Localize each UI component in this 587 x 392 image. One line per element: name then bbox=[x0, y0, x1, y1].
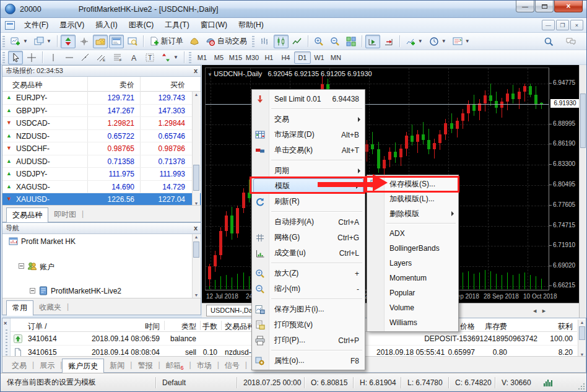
period-button-H1[interactable]: H1 bbox=[261, 51, 277, 64]
fibonacci-button[interactable]: F bbox=[110, 51, 125, 64]
experts-button[interactable] bbox=[187, 35, 202, 48]
navigator-item-2[interactable]: ProfitMarketHK-Live2 bbox=[2, 285, 192, 297]
period-button-H4[interactable]: H4 bbox=[277, 51, 294, 64]
market-watch-row-EURJPY-[interactable]: ▲EURJPY-129.721129.743 bbox=[2, 92, 201, 105]
terminal-tab-3[interactable]: 新闻 bbox=[104, 359, 130, 373]
context-menu-item-Sell Limit 0.01[interactable]: Sell Limit 0.016.94438 bbox=[252, 91, 365, 107]
market-watch-row-GBPJPY-[interactable]: ▲GBPJPY-147.267147.303 bbox=[2, 105, 201, 118]
profiles-button[interactable]: ▼ bbox=[32, 35, 54, 48]
vertical-line-button[interactable] bbox=[46, 51, 61, 64]
terminal-close-icon[interactable]: × bbox=[4, 320, 7, 326]
template-submenu-item-Momentum[interactable]: Momentum bbox=[367, 271, 458, 285]
market-watch-scrollbar[interactable]: ▲ ▼ bbox=[192, 92, 200, 206]
template-submenu-item-加载模版(L)...[interactable]: 加载模版(L)... bbox=[367, 191, 458, 206]
navigator-tab-1[interactable]: 收藏夹 bbox=[33, 300, 67, 315]
terminal-tab-6[interactable]: 市场 bbox=[191, 359, 217, 373]
market-watch-tab-0[interactable]: 交易品种 bbox=[6, 207, 48, 223]
maximize-button[interactable] bbox=[535, 1, 554, 12]
chart-header-collapse-icon[interactable]: ▼ bbox=[207, 72, 214, 77]
template-submenu-item-Williams[interactable]: Williams bbox=[367, 315, 458, 330]
menu-item-3[interactable]: 图表(C) bbox=[123, 17, 160, 33]
chart-window-icon[interactable] bbox=[5, 21, 15, 30]
navigator-title-bar[interactable]: 导航 x bbox=[2, 223, 201, 234]
periods-button[interactable]: ▼ bbox=[427, 35, 449, 48]
terminal-tab-5[interactable]: 邮箱6 bbox=[160, 359, 189, 373]
period-button-W1[interactable]: W1 bbox=[311, 51, 328, 64]
line-chart-button[interactable] bbox=[290, 35, 305, 48]
template-submenu-item-BollingerBands[interactable]: BollingerBands bbox=[367, 241, 458, 256]
period-button-M1[interactable]: M1 bbox=[194, 51, 211, 64]
crosshair-button[interactable] bbox=[24, 51, 39, 64]
context-menu-item-单击交易(k)[interactable]: 单击交易(k)Alt+T bbox=[252, 142, 365, 158]
navigator-item-1[interactable]: 账户 bbox=[2, 260, 192, 272]
mdi-close-button[interactable]: × bbox=[570, 20, 583, 30]
terminal-tab-1[interactable]: 展示 bbox=[34, 359, 60, 373]
toolbar-grip[interactable] bbox=[2, 52, 5, 63]
resize-grip[interactable] bbox=[578, 383, 585, 390]
menu-item-2[interactable]: 插入(I) bbox=[90, 17, 123, 33]
cursor-button[interactable] bbox=[8, 51, 23, 64]
navigator-tab-0[interactable]: 常用 bbox=[6, 300, 33, 316]
context-menu-item-成交量(u)[interactable]: 成交量(u)Ctrl+L bbox=[252, 245, 365, 261]
arrows-button[interactable]: ▼ bbox=[159, 51, 181, 64]
tile-windows-button[interactable] bbox=[344, 35, 359, 48]
context-menu-item-市场深度(D)[interactable]: 市场深度(D)Alt+B bbox=[252, 127, 365, 142]
auto-trading-button[interactable]: 自动交易 bbox=[203, 35, 250, 48]
template-submenu-item-Popular[interactable]: Popular bbox=[367, 285, 458, 300]
channel-button[interactable]: E bbox=[94, 51, 109, 64]
tree-collapse-icon[interactable] bbox=[30, 288, 35, 294]
menu-item-5[interactable]: 窗口(W) bbox=[195, 17, 233, 33]
navigator-scrollbar[interactable]: ▲ ▼ bbox=[192, 234, 200, 298]
context-menu-item-打印预览(v)[interactable]: 打印预览(v) bbox=[252, 317, 365, 333]
period-button-M15[interactable]: M15 bbox=[227, 51, 244, 64]
market-watch-row-USDJPY-[interactable]: ▲USDJPY-111.975111.993 bbox=[2, 168, 201, 181]
candlestick-button[interactable] bbox=[274, 35, 289, 48]
text-button[interactable]: A bbox=[126, 51, 141, 64]
context-menu-item-刷新(R)[interactable]: 刷新(R) bbox=[252, 194, 365, 209]
close-button[interactable]: × bbox=[554, 1, 583, 12]
text-label-button[interactable]: T bbox=[142, 51, 157, 64]
context-menu-item-放大(Z)[interactable]: 放大(Z)+ bbox=[252, 266, 365, 281]
chart-scrollbar[interactable] bbox=[579, 65, 586, 318]
market-watch-row-AUDUSD-[interactable]: ▲AUDUSD-0.713580.71378 bbox=[2, 155, 201, 168]
trendline-button[interactable] bbox=[78, 51, 93, 64]
market-watch-row-NZDUSD-[interactable]: ▲NZDUSD-0.657220.65746 bbox=[2, 130, 201, 143]
templates-button[interactable]: ▼ bbox=[450, 35, 472, 48]
minimize-button[interactable]: — bbox=[516, 1, 534, 12]
strategy-tester-button[interactable] bbox=[125, 35, 140, 48]
market-watch-title-bar[interactable]: 市场报价: 02:34:53 x bbox=[2, 66, 201, 77]
template-submenu-item-删除模版[interactable]: 删除模版 bbox=[367, 206, 458, 221]
menu-item-1[interactable]: 显示(V) bbox=[54, 17, 90, 33]
terminal-scrollbar[interactable]: ▲ ▼ bbox=[578, 320, 586, 357]
terminal-tab-0[interactable]: 交易 bbox=[6, 359, 32, 373]
template-submenu-item-Layers[interactable]: Layers bbox=[367, 256, 458, 271]
mdi-restore-button[interactable]: ❐ bbox=[556, 20, 569, 30]
market-watch-row-USDCHF-[interactable]: ▼USDCHF-0.987650.98786 bbox=[2, 142, 201, 155]
bar-chart-button[interactable] bbox=[258, 35, 272, 48]
new-order-button[interactable]: 新订单 bbox=[147, 35, 186, 48]
toolbar-grip[interactable] bbox=[2, 36, 5, 47]
indicators-button[interactable]: ▼ bbox=[403, 35, 425, 48]
terminal-tab-2[interactable]: 账户历史 bbox=[62, 359, 104, 374]
template-submenu-item-ADX[interactable]: ADX bbox=[367, 226, 458, 241]
toolbar-grip[interactable] bbox=[252, 36, 254, 47]
menu-item-6[interactable]: 帮助(H) bbox=[233, 17, 269, 33]
zoom-in-button[interactable] bbox=[311, 35, 326, 48]
period-button-MN[interactable]: MN bbox=[328, 51, 344, 64]
menu-item-0[interactable]: 文件(F) bbox=[19, 17, 54, 33]
context-menu-item-交易[interactable]: 交易 bbox=[252, 111, 365, 127]
terminal-button[interactable] bbox=[109, 35, 124, 48]
horizontal-line-button[interactable] bbox=[62, 51, 77, 64]
market-watch-button[interactable] bbox=[61, 35, 76, 48]
search-button[interactable] bbox=[541, 35, 556, 48]
period-button-M30[interactable]: M30 bbox=[244, 51, 261, 64]
navigator-item-0[interactable]: Profit Market HK bbox=[2, 235, 192, 248]
context-menu-item-网格(G)[interactable]: 网格(G)Ctrl+G bbox=[252, 230, 365, 245]
template-submenu-item-Volume[interactable]: Volume bbox=[367, 300, 458, 315]
period-button-M5[interactable]: M5 bbox=[211, 51, 227, 64]
tree-collapse-icon[interactable] bbox=[19, 263, 24, 269]
context-menu-item-缩小(m)[interactable]: 缩小(m)- bbox=[252, 281, 365, 297]
new-chart-button[interactable]: ▼ bbox=[8, 35, 30, 48]
context-menu-item-自动排列(A)[interactable]: 自动排列(A)Ctrl+A bbox=[252, 214, 365, 230]
market-watch-row-XAGUSD-[interactable]: ▲XAGUSD-14.69014.729 bbox=[2, 181, 201, 194]
